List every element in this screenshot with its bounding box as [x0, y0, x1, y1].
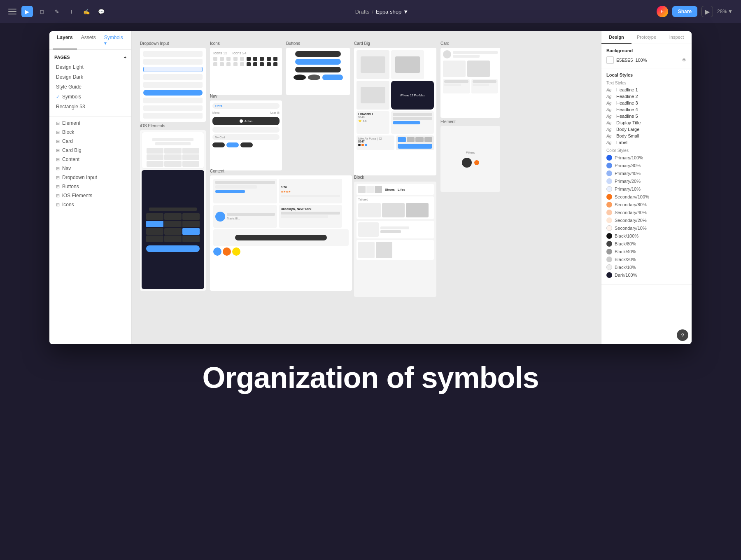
comment-tool-btn[interactable]: 💬	[96, 6, 107, 17]
page-label: Design Light	[56, 64, 84, 70]
layer-element[interactable]: ⊞ Element	[49, 119, 131, 128]
frame-card-big: Card Big	[354, 48, 436, 175]
frame-tool-btn[interactable]: □	[36, 6, 48, 17]
color-swatch[interactable]	[606, 241, 612, 247]
color-label: Black/80%	[615, 241, 687, 246]
layer-name: Dropdown Input	[62, 175, 125, 180]
component-icon: ⊞	[56, 175, 60, 180]
tab-design[interactable]: Design	[601, 31, 631, 44]
color-swatch[interactable]	[606, 178, 612, 184]
text-style-headline3: Ag Headline 3	[606, 100, 687, 105]
text-style-label: Ag Label	[606, 140, 687, 145]
color-swatch[interactable]	[606, 194, 612, 200]
pages-section: Pages + Design Light Design Dark Style G…	[49, 50, 131, 115]
background-color-value: E5E5E5	[616, 58, 633, 63]
top-bar-left: ▶ □ ✎ T ✍ 💬	[8, 6, 107, 17]
color-label: Primary/20%	[615, 179, 687, 184]
color-style-black100: Black/100%	[606, 233, 687, 239]
layer-name: Block	[62, 129, 125, 135]
play-button[interactable]: ▶	[701, 6, 713, 17]
layer-nav[interactable]: ⊞ Nav	[49, 164, 131, 173]
share-button[interactable]: Share	[672, 6, 697, 17]
component-icon: ⊞	[56, 121, 60, 126]
frame-element: Element Filters	[440, 126, 500, 192]
breadcrumb-sep: /	[372, 9, 373, 15]
help-area: ?	[601, 326, 692, 344]
layer-ios-elements[interactable]: ⊞ iOS Elements	[49, 191, 131, 200]
text-style-headline5: Ag Headline 5	[606, 114, 687, 119]
color-style-secondary40: Secondary/40%	[606, 210, 687, 215]
layer-card[interactable]: ⊞ Card	[49, 137, 131, 146]
hand-tool-btn[interactable]: ✍	[81, 6, 92, 17]
canvas[interactable]: Dropdown Input Icons	[132, 31, 601, 344]
text-style-body-large: Ag Body Large	[606, 127, 687, 132]
pages-header: Pages +	[49, 53, 131, 61]
color-style-secondary10: Secondary/10%	[606, 225, 687, 231]
layer-dropdown-input[interactable]: ⊞ Dropdown Input	[49, 173, 131, 182]
right-panel: Design Prototype Inspect Background E5E5…	[601, 31, 692, 344]
frame-ios-elements: iOS Elements	[140, 130, 206, 291]
color-swatch[interactable]	[606, 163, 612, 168]
help-button[interactable]: ?	[677, 329, 688, 341]
color-swatch[interactable]	[606, 225, 612, 231]
pages-label: Pages	[54, 55, 70, 60]
color-swatch[interactable]	[606, 272, 612, 278]
page-item-style-guide[interactable]: Style Guide	[49, 82, 131, 92]
text-tool-btn[interactable]: T	[66, 6, 77, 17]
color-swatch[interactable]	[606, 257, 612, 262]
tab-assets[interactable]: Assets	[77, 31, 100, 49]
zoom-control[interactable]: 28% ▼	[717, 9, 733, 14]
tab-prototype[interactable]: Prototype	[631, 31, 662, 44]
color-style-primary10: Primary/10%	[606, 186, 687, 192]
layer-block[interactable]: ⊞ Block	[49, 128, 131, 137]
color-swatch[interactable]	[606, 202, 612, 208]
background-swatch[interactable]	[606, 56, 614, 64]
drafts-label[interactable]: Drafts	[355, 9, 370, 15]
add-page-button[interactable]: +	[124, 55, 126, 60]
ts-name: Headline 3	[616, 100, 638, 105]
tab-symbols[interactable]: Symbols ▾	[100, 31, 128, 49]
ag-icon: Ag	[606, 140, 614, 145]
color-swatch[interactable]	[606, 210, 612, 215]
project-name[interactable]: Eppa shop ▼	[376, 9, 408, 15]
component-icon: ⊞	[56, 166, 60, 171]
page-item-design-light[interactable]: Design Light	[49, 62, 131, 72]
color-style-black40: Black/40%	[606, 249, 687, 254]
layer-name: Buttons	[62, 184, 125, 189]
visibility-icon[interactable]: 👁	[682, 57, 687, 63]
tab-inspect[interactable]: Inspect	[662, 31, 692, 44]
layer-name: Nav	[62, 166, 125, 171]
local-styles-section: Local Styles Text Styles Ag Headline 1 A…	[601, 68, 692, 285]
color-swatch[interactable]	[606, 155, 612, 161]
text-style-display: Ag Display Title	[606, 120, 687, 125]
layer-content[interactable]: ⊞ Content	[49, 155, 131, 164]
color-style-dark100: Dark/100%	[606, 272, 687, 278]
layer-name: iOS Elements	[62, 193, 125, 198]
tab-layers[interactable]: Layers	[53, 31, 77, 49]
page-item-design-dark[interactable]: Design Dark	[49, 72, 131, 82]
color-swatch[interactable]	[606, 249, 612, 254]
hamburger-icon[interactable]	[8, 9, 16, 14]
color-style-primary100: Primary/100%	[606, 155, 687, 161]
page-item-rectangle[interactable]: Rectangle 53	[49, 102, 131, 112]
page-label: Symbols	[62, 94, 81, 100]
color-swatch[interactable]	[606, 264, 612, 270]
pen-tool-btn[interactable]: ✎	[51, 6, 63, 17]
color-swatch[interactable]	[606, 186, 612, 192]
layer-buttons[interactable]: ⊞ Buttons	[49, 182, 131, 191]
layer-icons[interactable]: ⊞ Icons	[49, 200, 131, 209]
color-swatch[interactable]	[606, 233, 612, 239]
color-swatch[interactable]	[606, 217, 612, 223]
color-label: Black/100%	[615, 233, 687, 238]
ag-icon: Ag	[606, 101, 614, 105]
layer-card-big[interactable]: ⊞ Card Big	[49, 146, 131, 155]
color-label: Secondary/100%	[615, 194, 687, 199]
page-item-symbols[interactable]: ✓ Symbols	[49, 92, 131, 102]
avatar: E	[657, 6, 668, 17]
color-style-primary20: Primary/20%	[606, 178, 687, 184]
frame-label-card: Card	[440, 41, 450, 46]
color-label: Secondary/10%	[615, 226, 687, 231]
background-section: Background E5E5E5 100% 👁	[601, 44, 692, 68]
move-tool-btn[interactable]: ▶	[21, 6, 33, 17]
color-swatch[interactable]	[606, 170, 612, 176]
